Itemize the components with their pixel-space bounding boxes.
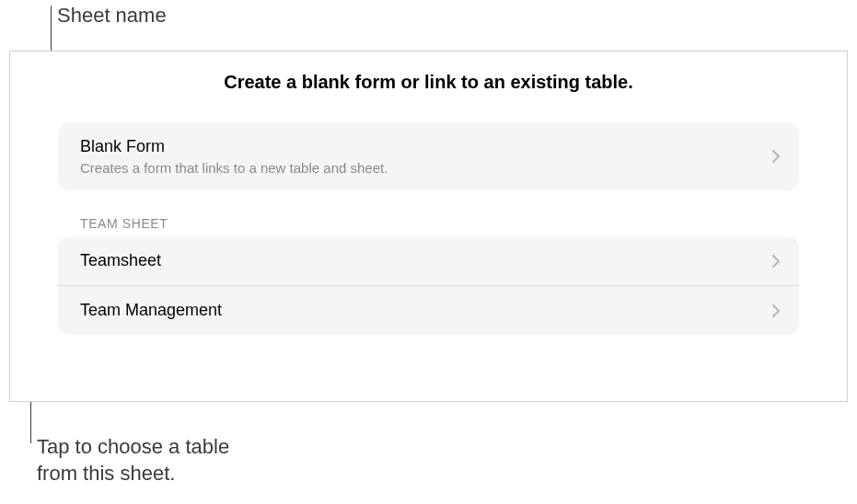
chevron-right-icon <box>771 149 781 164</box>
blank-form-group: Blank Form Creates a form that links to … <box>58 122 799 190</box>
table-name: Teamsheet <box>80 251 771 270</box>
form-setup-panel: Create a blank form or link to an existi… <box>9 51 848 402</box>
chevron-right-icon <box>771 254 781 269</box>
panel-title: Create a blank form or link to an existi… <box>10 72 847 93</box>
sheet-section-header: TEAM SHEET <box>80 216 799 231</box>
tables-group: Teamsheet Team Management <box>58 236 799 335</box>
blank-form-title: Blank Form <box>80 137 771 156</box>
callout-tap-to-choose: Tap to choose a table from this sheet. <box>37 434 229 487</box>
callout-line: from this sheet. <box>37 461 229 487</box>
blank-form-subtitle: Creates a form that links to a new table… <box>80 160 771 176</box>
callout-line: Tap to choose a table <box>37 434 229 461</box>
list-item-body: Blank Form Creates a form that links to … <box>80 137 771 176</box>
callout-sheet-name: Sheet name <box>57 4 167 28</box>
table-row[interactable]: Teamsheet <box>58 236 799 285</box>
list-item-body: Teamsheet <box>80 251 771 270</box>
blank-form-row[interactable]: Blank Form Creates a form that links to … <box>58 122 799 190</box>
table-name: Team Management <box>80 301 771 320</box>
list-item-body: Team Management <box>80 301 771 320</box>
table-row[interactable]: Team Management <box>58 285 799 335</box>
chevron-right-icon <box>771 304 781 318</box>
